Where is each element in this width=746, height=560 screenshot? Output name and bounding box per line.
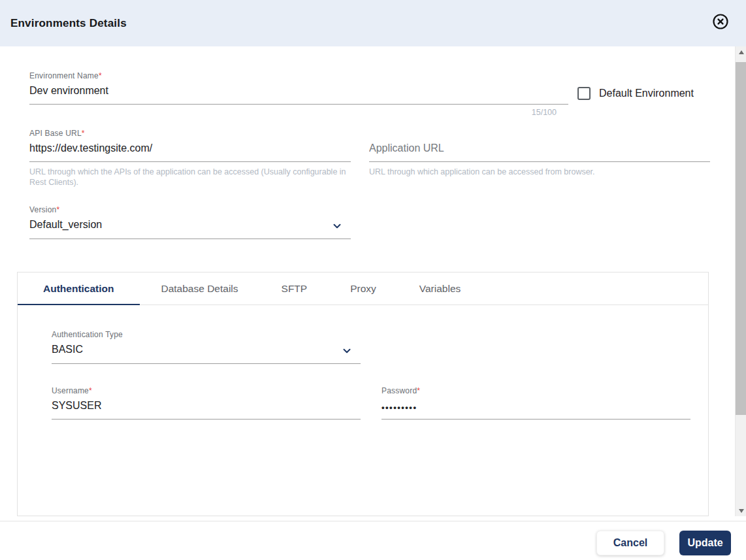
dialog-footer: Cancel Update xyxy=(0,521,746,560)
character-counter: 15/100 xyxy=(29,108,568,117)
password-field: Password* ••••••••• xyxy=(381,386,690,420)
password-label: Password* xyxy=(381,386,690,395)
version-select[interactable]: Default_version xyxy=(29,214,351,239)
application-url-helper-text: URL through which application can be acc… xyxy=(369,167,710,177)
scrollbar-up-arrow-icon[interactable] xyxy=(736,46,746,58)
chevron-down-icon xyxy=(331,220,343,235)
api-base-url-helper-text: URL through which the APIs of the applic… xyxy=(29,167,351,188)
close-icon[interactable] xyxy=(712,13,729,30)
required-marker: * xyxy=(89,386,92,395)
vertical-scrollbar[interactable] xyxy=(735,46,746,516)
tab-database-details[interactable]: Database Details xyxy=(140,272,260,305)
required-marker: * xyxy=(82,129,85,138)
api-base-url-label: API Base URL* xyxy=(29,129,351,138)
version-field: Version* Default_version xyxy=(29,205,351,239)
authentication-type-selected-value: BASIC xyxy=(52,344,361,355)
page-title: Environments Details xyxy=(10,17,127,30)
username-label: Username* xyxy=(52,386,361,395)
scrollbar-thumb[interactable] xyxy=(736,62,746,415)
version-selected-value: Default_version xyxy=(29,219,351,231)
cancel-button[interactable]: Cancel xyxy=(596,531,664,555)
required-marker: * xyxy=(56,205,59,214)
required-marker: * xyxy=(417,386,420,395)
authentication-type-label: Authentication Type xyxy=(52,330,361,339)
authentication-type-select[interactable]: BASIC xyxy=(52,339,361,364)
required-marker: * xyxy=(99,71,102,80)
chevron-down-icon xyxy=(341,345,353,359)
application-url-field: URL through which application can be acc… xyxy=(369,129,710,177)
environment-settings-card: Authentication Database Details SFTP Pro… xyxy=(17,272,709,516)
tab-variables[interactable]: Variables xyxy=(398,272,482,305)
application-url-input[interactable] xyxy=(369,138,710,162)
username-field: Username* xyxy=(52,386,361,420)
username-input[interactable] xyxy=(52,395,361,420)
tab-bar: Authentication Database Details SFTP Pro… xyxy=(18,272,708,305)
api-base-url-input[interactable] xyxy=(29,138,351,162)
tab-proxy[interactable]: Proxy xyxy=(329,272,398,305)
environment-name-field: Environment Name* 15/100 xyxy=(29,71,568,117)
dialog-body: Environment Name* 15/100 Default Environ… xyxy=(0,46,735,521)
checkbox-unchecked-icon[interactable] xyxy=(577,87,591,100)
password-input[interactable]: ••••••••• xyxy=(381,395,690,420)
update-button[interactable]: Update xyxy=(679,531,731,555)
tab-authentication[interactable]: Authentication xyxy=(18,272,140,305)
application-url-label xyxy=(369,129,710,138)
default-environment-label: Default Environment xyxy=(599,88,694,99)
environments-details-dialog: Environments Details Environment Name* 1… xyxy=(0,0,746,560)
environment-name-input[interactable] xyxy=(29,80,568,105)
version-label: Version* xyxy=(29,205,351,214)
environment-name-label: Environment Name* xyxy=(29,71,568,80)
scrollbar-down-arrow-icon[interactable] xyxy=(736,505,746,516)
authentication-type-field: Authentication Type BASIC xyxy=(52,330,361,364)
dialog-header: Environments Details xyxy=(0,0,746,46)
api-base-url-field: API Base URL* URL through which the APIs… xyxy=(29,129,351,188)
tab-sftp[interactable]: SFTP xyxy=(260,272,329,305)
default-environment-checkbox-row[interactable]: Default Environment xyxy=(577,87,694,100)
